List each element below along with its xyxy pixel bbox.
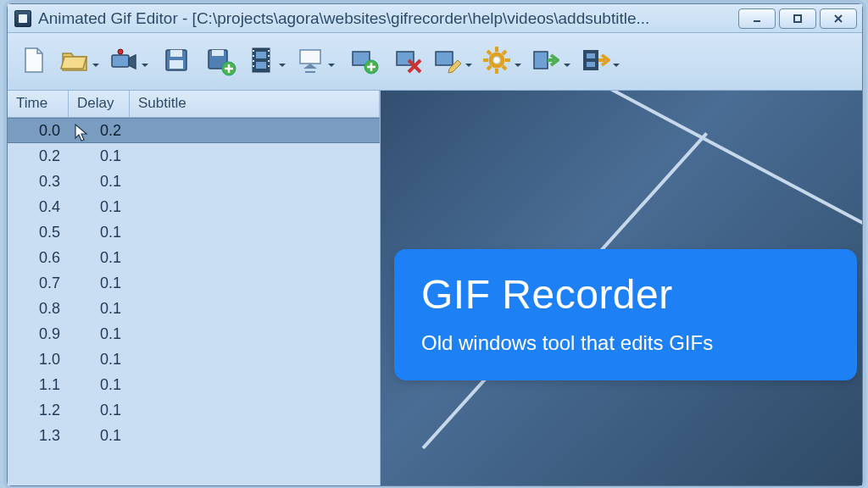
svg-rect-43 bbox=[587, 53, 595, 58]
svg-rect-15 bbox=[256, 62, 266, 69]
toolbar bbox=[8, 33, 862, 91]
title-bar[interactable]: Animated Gif Editor - [C:\projects\agora… bbox=[8, 4, 862, 33]
cell-delay: 0.1 bbox=[69, 427, 130, 445]
cell-time: 0.8 bbox=[8, 300, 69, 318]
table-row[interactable]: 1.20.1 bbox=[8, 397, 380, 423]
save-button[interactable] bbox=[155, 38, 198, 86]
chevron-down-icon[interactable] bbox=[92, 58, 100, 66]
svg-rect-41 bbox=[534, 52, 548, 69]
cell-time: 1.0 bbox=[8, 351, 69, 369]
svg-rect-20 bbox=[268, 50, 270, 52]
table-row[interactable]: 0.30.1 bbox=[8, 169, 380, 194]
maximize-button[interactable] bbox=[779, 8, 816, 29]
save-icon bbox=[159, 43, 193, 80]
column-header-delay[interactable]: Delay bbox=[69, 91, 130, 117]
cell-delay: 0.1 bbox=[69, 402, 130, 419]
overlay-title: GIF Recorder bbox=[421, 271, 830, 318]
table-row[interactable]: 1.00.1 bbox=[8, 347, 380, 372]
cell-delay: 0.1 bbox=[69, 173, 130, 191]
table-row[interactable]: 0.50.1 bbox=[8, 219, 380, 245]
svg-rect-24 bbox=[300, 50, 320, 64]
svg-rect-5 bbox=[112, 55, 129, 67]
chevron-down-icon[interactable] bbox=[612, 58, 620, 66]
svg-rect-19 bbox=[253, 65, 254, 67]
export-right-button[interactable] bbox=[528, 38, 576, 86]
projector-button[interactable] bbox=[292, 38, 340, 86]
table-row[interactable]: 0.00.2 bbox=[8, 118, 380, 143]
filmstrip-icon bbox=[244, 43, 278, 80]
table-row[interactable]: 0.60.1 bbox=[8, 245, 380, 270]
svg-point-6 bbox=[118, 49, 123, 54]
svg-rect-17 bbox=[253, 55, 254, 57]
cell-time: 0.5 bbox=[8, 224, 69, 241]
cell-delay: 0.1 bbox=[69, 198, 130, 216]
open-folder-button[interactable] bbox=[57, 38, 104, 86]
info-overlay-card: GIF Recorder Old windows tool that edits… bbox=[394, 249, 857, 380]
cell-delay: 0.1 bbox=[69, 249, 130, 267]
table-row[interactable]: 0.70.1 bbox=[8, 270, 380, 296]
close-button[interactable] bbox=[820, 8, 857, 29]
svg-rect-8 bbox=[170, 50, 182, 57]
edit-frame-icon bbox=[431, 43, 465, 80]
export-right-icon bbox=[529, 43, 563, 80]
settings-gear-button[interactable] bbox=[479, 38, 526, 86]
app-icon bbox=[14, 10, 31, 27]
cell-time: 1.3 bbox=[8, 427, 69, 445]
svg-rect-22 bbox=[268, 60, 270, 62]
svg-rect-14 bbox=[256, 52, 266, 58]
add-frame-button[interactable] bbox=[342, 38, 384, 86]
column-header-subtitle[interactable]: Subtitle bbox=[130, 91, 380, 117]
table-row[interactable]: 0.20.1 bbox=[8, 143, 380, 169]
cell-time: 0.0 bbox=[8, 122, 69, 140]
edit-frame-button[interactable] bbox=[430, 38, 477, 86]
remove-frame-button[interactable] bbox=[386, 38, 428, 86]
svg-rect-9 bbox=[170, 60, 183, 69]
cell-time: 0.7 bbox=[8, 274, 69, 292]
save-plus-icon bbox=[203, 43, 237, 80]
remove-frame-icon bbox=[390, 43, 424, 80]
cell-time: 0.9 bbox=[8, 325, 69, 343]
chevron-down-icon[interactable] bbox=[514, 58, 522, 66]
frame-list-panel: Time Delay Subtitle 0.00.20.20.10.30.10.… bbox=[8, 91, 381, 485]
save-plus-button[interactable] bbox=[199, 38, 242, 86]
cell-delay: 0.1 bbox=[69, 351, 130, 369]
cell-time: 0.3 bbox=[8, 173, 69, 191]
table-row[interactable]: 1.10.1 bbox=[8, 372, 380, 397]
svg-rect-42 bbox=[583, 50, 598, 70]
chevron-down-icon[interactable] bbox=[563, 58, 571, 66]
chevron-down-icon[interactable] bbox=[465, 58, 473, 66]
cell-time: 1.1 bbox=[8, 376, 69, 394]
frame-list-header[interactable]: Time Delay Subtitle bbox=[8, 91, 380, 118]
new-file-icon bbox=[17, 43, 51, 80]
chevron-down-icon[interactable] bbox=[278, 58, 287, 66]
table-row[interactable]: 0.40.1 bbox=[8, 194, 380, 219]
cell-delay: 0.1 bbox=[69, 274, 130, 292]
export-film-button[interactable] bbox=[577, 38, 625, 86]
open-folder-icon bbox=[58, 43, 92, 80]
settings-gear-icon bbox=[480, 43, 514, 80]
svg-rect-11 bbox=[212, 50, 224, 56]
column-header-time[interactable]: Time bbox=[8, 91, 69, 117]
cell-delay: 0.1 bbox=[69, 325, 130, 343]
chevron-down-icon[interactable] bbox=[141, 58, 149, 66]
svg-rect-18 bbox=[253, 60, 254, 62]
projector-icon bbox=[293, 43, 327, 80]
filmstrip-button[interactable] bbox=[243, 38, 291, 86]
cell-time: 0.4 bbox=[8, 198, 69, 216]
cell-delay: 0.1 bbox=[69, 147, 130, 165]
minimize-button[interactable] bbox=[738, 8, 776, 29]
new-file-button[interactable] bbox=[13, 38, 55, 86]
chevron-down-icon[interactable] bbox=[327, 58, 336, 66]
table-row[interactable]: 1.30.1 bbox=[8, 423, 380, 448]
table-row[interactable]: 0.90.1 bbox=[8, 321, 380, 347]
cell-delay: 0.1 bbox=[69, 300, 130, 318]
svg-line-39 bbox=[487, 66, 491, 69]
cell-delay: 0.2 bbox=[69, 122, 130, 140]
svg-line-36 bbox=[487, 51, 491, 54]
svg-rect-30 bbox=[436, 52, 453, 65]
table-row[interactable]: 0.80.1 bbox=[8, 296, 380, 321]
cell-time: 0.6 bbox=[8, 249, 69, 267]
camera-record-button[interactable] bbox=[106, 38, 153, 86]
svg-point-40 bbox=[494, 58, 499, 63]
cell-delay: 0.1 bbox=[69, 376, 130, 394]
